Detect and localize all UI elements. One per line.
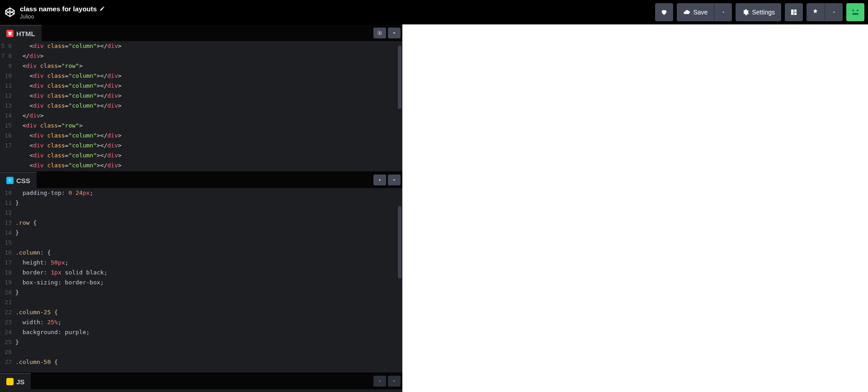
save-button-group: Save (677, 3, 732, 21)
code-area-html[interactable]: 5 6 7 8 9 10 11 12 13 14 15 16 17 <div c… (0, 41, 402, 171)
save-dropdown-button[interactable] (714, 3, 732, 21)
pen-author[interactable]: Julioo (20, 14, 105, 20)
layout-button[interactable] (785, 3, 803, 21)
gear-icon (742, 9, 749, 16)
codepen-logo[interactable] (4, 6, 16, 19)
css-icon (6, 177, 14, 184)
codelines-html[interactable]: <div class="column"></div> </div> <div c… (15, 41, 402, 171)
svg-rect-12 (8, 379, 12, 384)
chevron-down-icon (721, 10, 726, 14)
panel-js: JS (0, 373, 402, 391)
pen-title[interactable]: class names for layouts (20, 5, 105, 13)
panel-html: HTML 5 6 7 8 9 10 11 12 13 14 15 16 17 <… (0, 24, 402, 171)
panel-collapse-button[interactable] (388, 175, 401, 185)
js-icon (6, 378, 14, 385)
code-area-css[interactable]: 10 11 12 13 14 15 16 17 18 19 20 21 22 2… (0, 188, 402, 373)
svg-rect-9 (853, 13, 859, 14)
scrollbar-css[interactable] (398, 206, 401, 279)
scrollbar-html[interactable] (398, 46, 401, 109)
panel-collapse-button[interactable] (388, 28, 401, 38)
save-label: Save (693, 9, 708, 16)
tab-html[interactable]: HTML (0, 25, 42, 41)
tab-css[interactable]: CSS (0, 172, 37, 188)
title-block: class names for layouts Julioo (20, 5, 105, 20)
settings-button[interactable]: Settings (736, 3, 781, 21)
gutter-html: 5 6 7 8 9 10 11 12 13 14 15 16 17 (0, 41, 15, 171)
gear-icon (377, 177, 382, 183)
svg-rect-4 (794, 9, 797, 12)
avatar[interactable] (846, 3, 864, 21)
panel-actions-html (373, 28, 402, 38)
svg-rect-7 (853, 10, 854, 11)
panel-header-html: HTML (0, 25, 402, 41)
pin-icon (812, 9, 819, 15)
chevron-down-icon (392, 177, 397, 183)
workspace: HTML 5 6 7 8 9 10 11 12 13 14 15 16 17 <… (0, 24, 868, 392)
tab-js-label: JS (16, 378, 24, 386)
panel-collapse-button[interactable] (388, 376, 401, 387)
panel-settings-button[interactable] (373, 376, 386, 387)
panel-header-css: CSS (0, 172, 402, 188)
panel-css: CSS 10 11 12 13 14 15 16 17 18 19 20 21 … (0, 171, 402, 373)
panel-actions-js (373, 376, 402, 387)
panel-settings-button[interactable] (373, 28, 386, 38)
svg-rect-5 (794, 13, 797, 15)
codelines-css[interactable]: padding-top: 0 24px; } .row { } .column:… (15, 188, 402, 373)
pin-dropdown-button[interactable] (825, 3, 843, 21)
svg-point-11 (379, 179, 381, 181)
panel-actions-css (373, 175, 402, 185)
gear-icon (377, 30, 382, 36)
settings-label: Settings (752, 9, 775, 16)
topbar: class names for layouts Julioo Save Sett… (0, 0, 868, 24)
chevron-down-icon (832, 10, 836, 14)
svg-point-13 (379, 381, 381, 382)
svg-rect-6 (849, 6, 861, 18)
save-button[interactable]: Save (677, 3, 714, 21)
avatar-icon (849, 6, 861, 18)
tab-js[interactable]: JS (0, 373, 31, 389)
gear-icon (377, 378, 382, 384)
svg-rect-3 (791, 9, 793, 15)
pin-button[interactable] (807, 3, 825, 21)
panel-settings-button[interactable] (373, 175, 386, 185)
chevron-down-icon (392, 378, 397, 384)
love-button[interactable] (655, 3, 673, 21)
panel-header-js: JS (0, 373, 402, 389)
svg-rect-8 (857, 10, 858, 11)
tab-html-label: HTML (16, 30, 35, 38)
gutter-css: 10 11 12 13 14 15 16 17 18 19 20 21 22 2… (0, 188, 15, 373)
layout-icon (790, 9, 797, 16)
pen-title-text: class names for layouts (20, 5, 97, 13)
heart-icon (660, 9, 668, 16)
edit-icon[interactable] (99, 6, 105, 11)
tab-css-label: CSS (16, 177, 30, 184)
html-icon (6, 30, 14, 37)
cloud-icon (683, 9, 690, 16)
pin-button-group (807, 3, 843, 21)
editors-column: HTML 5 6 7 8 9 10 11 12 13 14 15 16 17 <… (0, 24, 402, 392)
svg-point-10 (379, 33, 381, 34)
chevron-down-icon (392, 30, 397, 36)
preview-pane[interactable] (402, 24, 868, 392)
